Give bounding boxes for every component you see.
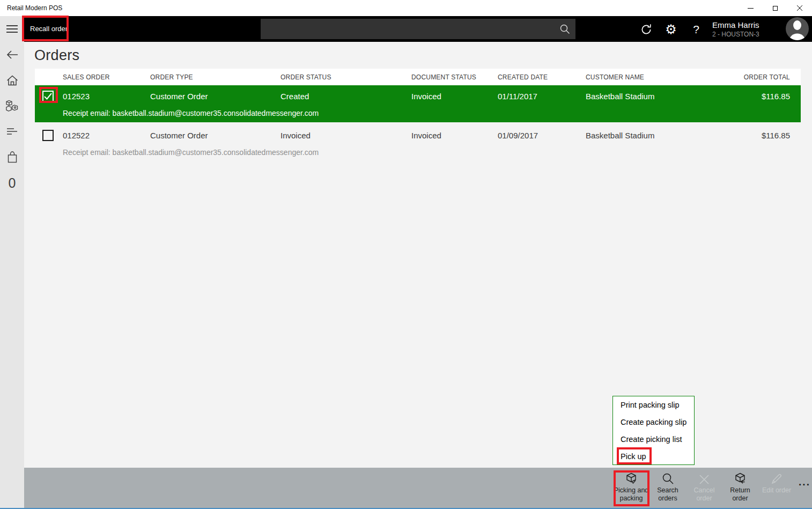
settings-button[interactable]: ⚙ bbox=[662, 20, 680, 39]
cart-count-button[interactable]: 0 bbox=[0, 173, 24, 193]
row-checkbox-unchecked[interactable] bbox=[42, 130, 54, 141]
search-icon bbox=[662, 472, 674, 485]
sync-button[interactable] bbox=[637, 20, 655, 39]
column-header-sales-order: SALES ORDER bbox=[63, 73, 150, 81]
sync-icon bbox=[639, 23, 653, 36]
minimize-icon bbox=[748, 8, 754, 9]
page-title: Orders bbox=[34, 47, 79, 64]
column-header-customer-name: CUSTOMER NAME bbox=[586, 73, 714, 81]
column-header-order-status: ORDER STATUS bbox=[280, 73, 411, 81]
search-input[interactable] bbox=[261, 19, 559, 39]
back-arrow-icon bbox=[6, 50, 18, 60]
maximize-icon bbox=[773, 6, 778, 11]
table-row[interactable]: 012523 Customer Order Created Invoiced 0… bbox=[35, 85, 801, 122]
window-controls bbox=[738, 0, 812, 16]
cell-document-status: Invoiced bbox=[411, 131, 498, 140]
minimize-button[interactable] bbox=[738, 0, 763, 16]
cell-order-total: $116.85 bbox=[714, 131, 801, 140]
search-box[interactable] bbox=[261, 19, 575, 39]
search-orders-button[interactable]: Search orders bbox=[649, 472, 686, 505]
user-name: Emma Harris bbox=[712, 20, 782, 30]
shopping-bag-icon bbox=[7, 151, 18, 163]
cell-order-type: Customer Order bbox=[150, 92, 280, 101]
back-button[interactable] bbox=[0, 45, 24, 65]
cell-order-total: $116.85 bbox=[714, 92, 801, 101]
menu-item-create-picking-list[interactable]: Create picking list bbox=[613, 431, 694, 448]
more-commands-button[interactable]: ... bbox=[794, 476, 812, 488]
user-info[interactable]: Emma Harris 2 - HOUSTON-3 bbox=[712, 20, 782, 39]
app-bar: Recall order ⚙ ? Emma Harris 2 - HOUSTON… bbox=[24, 16, 812, 42]
button-label: Edit order bbox=[762, 486, 791, 495]
column-header-order-type: ORDER TYPE bbox=[150, 73, 280, 81]
orders-table: SALES ORDER ORDER TYPE ORDER STATUS DOCU… bbox=[35, 69, 801, 161]
recall-order-command[interactable]: Recall order bbox=[30, 16, 68, 42]
row-checkbox-checked[interactable] bbox=[42, 91, 54, 102]
return-order-button[interactable]: Return order bbox=[721, 472, 759, 505]
picking-and-packing-button[interactable]: Picking and packing bbox=[612, 472, 650, 505]
orders-table-header: SALES ORDER ORDER TYPE ORDER STATUS DOCU… bbox=[35, 69, 801, 85]
cell-customer-name: Basketball Stadium bbox=[586, 92, 714, 101]
avatar-person-icon bbox=[786, 17, 809, 40]
products-button[interactable] bbox=[0, 95, 24, 116]
help-icon: ? bbox=[693, 23, 699, 36]
window-titlebar: Retail Modern POS bbox=[0, 0, 812, 16]
cell-order-status: Created bbox=[280, 92, 411, 101]
maximize-button[interactable] bbox=[763, 0, 787, 16]
user-register: 2 - HOUSTON-3 bbox=[712, 30, 782, 39]
button-label: Cancel order bbox=[685, 486, 723, 503]
menu-item-create-packing-slip[interactable]: Create packing slip bbox=[613, 414, 694, 431]
cart-count-label: 0 bbox=[9, 175, 16, 191]
shopping-bag-button[interactable] bbox=[0, 147, 24, 167]
home-button[interactable] bbox=[0, 70, 24, 91]
hamburger-icon bbox=[6, 25, 18, 33]
picking-packing-context-menu: Print packing slip Create packing slip C… bbox=[612, 396, 695, 465]
x-icon bbox=[699, 472, 710, 485]
hamburger-menu-button[interactable] bbox=[0, 19, 24, 39]
cell-sales-order: 012522 bbox=[63, 131, 150, 140]
retail-modern-pos-window: Retail Modern POS bbox=[0, 0, 812, 509]
search-icon[interactable] bbox=[559, 24, 570, 34]
menu-item-pick-up[interactable]: Pick up bbox=[613, 448, 694, 465]
column-header-order-total: ORDER TOTAL bbox=[714, 73, 801, 81]
column-header-document-status: DOCUMENT STATUS bbox=[411, 73, 498, 81]
cell-created-date: 01/11/2017 bbox=[498, 92, 586, 101]
column-header-created-date: CREATED DATE bbox=[498, 73, 586, 81]
close-icon bbox=[796, 5, 803, 11]
button-label: Search orders bbox=[649, 486, 686, 503]
button-label: Picking and packing bbox=[612, 486, 650, 503]
cancel-order-button: Cancel order bbox=[685, 472, 723, 505]
checkmark-icon bbox=[43, 92, 53, 101]
cube-return-icon bbox=[734, 472, 747, 485]
cell-document-status: Invoiced bbox=[411, 92, 498, 101]
cell-created-date: 01/09/2017 bbox=[498, 131, 586, 140]
navigation-sidebar: 0 bbox=[0, 16, 24, 509]
pencil-icon bbox=[771, 472, 783, 485]
journals-button[interactable] bbox=[0, 121, 24, 142]
command-bar: Picking and packing Search orders Cancel… bbox=[24, 468, 812, 508]
cell-sales-order: 012523 bbox=[63, 92, 150, 101]
cell-customer-name: Basketball Stadium bbox=[586, 131, 714, 140]
receipt-email: Receipt email: basketball.stadium@custom… bbox=[35, 107, 801, 122]
button-label: Return order bbox=[721, 486, 759, 503]
close-button[interactable] bbox=[787, 0, 812, 16]
products-boxes-icon bbox=[6, 100, 18, 112]
edit-order-button: Edit order bbox=[758, 472, 795, 505]
home-icon bbox=[6, 75, 18, 86]
avatar[interactable] bbox=[786, 17, 809, 40]
receipt-email: Receipt email: basketball.stadium@custom… bbox=[35, 146, 801, 161]
help-button[interactable]: ? bbox=[687, 20, 705, 39]
window-title: Retail Modern POS bbox=[7, 0, 62, 16]
menu-item-print-packing-slip[interactable]: Print packing slip bbox=[613, 396, 694, 414]
cube-check-icon bbox=[625, 472, 638, 485]
cell-order-status: Invoiced bbox=[280, 131, 411, 140]
cell-order-type: Customer Order bbox=[150, 131, 280, 140]
table-row[interactable]: 012522 Customer Order Invoiced Invoiced … bbox=[35, 124, 801, 161]
list-lines-icon bbox=[6, 128, 18, 135]
gear-icon: ⚙ bbox=[665, 23, 677, 36]
